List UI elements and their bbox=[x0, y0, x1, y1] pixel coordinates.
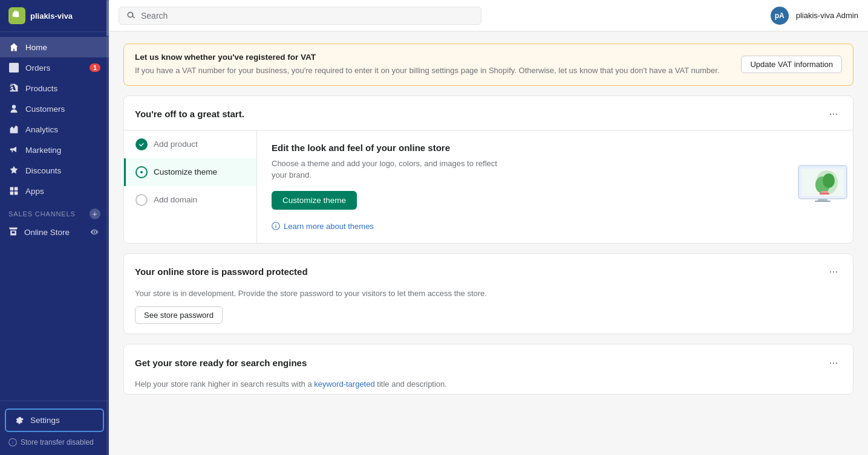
vat-banner-content: Let us know whether you've registered fo… bbox=[135, 53, 731, 77]
customers-icon bbox=[8, 103, 19, 114]
info-icon bbox=[272, 222, 280, 230]
learn-more-link[interactable]: Learn more about themes bbox=[272, 222, 778, 231]
discounts-icon bbox=[8, 165, 19, 176]
svg-rect-2 bbox=[10, 192, 14, 195]
online-store-eye-button[interactable] bbox=[88, 226, 100, 238]
settings-item[interactable]: Settings bbox=[5, 408, 104, 432]
marketing-icon bbox=[8, 144, 19, 155]
setup-body: Add product Customize theme Add domain bbox=[124, 130, 853, 243]
sidebar-scrollbar bbox=[106, 0, 109, 455]
shopify-logo bbox=[8, 7, 25, 24]
password-card-title: Your online store is password protected bbox=[135, 266, 308, 277]
see-password-button[interactable]: See store password bbox=[135, 306, 223, 324]
analytics-icon bbox=[8, 124, 19, 135]
content-area: Let us know whether you've registered fo… bbox=[109, 31, 868, 455]
avatar-initials: pA bbox=[775, 11, 785, 20]
sidebar-item-online-store[interactable]: Online Store bbox=[0, 222, 109, 242]
svg-point-14 bbox=[823, 173, 835, 188]
add-sales-channel-button[interactable]: + bbox=[90, 208, 100, 219]
store-name-label: pliakis-viva bbox=[30, 11, 73, 21]
password-more-button[interactable]: ··· bbox=[825, 263, 842, 280]
svg-text:i: i bbox=[12, 440, 13, 445]
sidebar-item-customers[interactable]: Customers bbox=[0, 98, 109, 119]
sidebar-item-orders[interactable]: Orders 1 bbox=[0, 57, 109, 78]
password-card-header: Your online store is password protected … bbox=[124, 254, 853, 288]
update-vat-button[interactable]: Update VAT information bbox=[741, 56, 842, 73]
setup-card: You're off to a great start. ··· Add pro… bbox=[123, 95, 853, 244]
search-card-body: Help your store rank higher in search re… bbox=[124, 378, 853, 394]
svg-point-8 bbox=[275, 224, 276, 225]
step-customize-theme[interactable]: Customize theme bbox=[124, 158, 256, 186]
search-engines-card: Get your store ready for search engines … bbox=[123, 344, 853, 395]
search-icon bbox=[126, 11, 136, 21]
setup-illustration bbox=[792, 131, 853, 243]
setup-card-title: You're off to a great start. bbox=[135, 109, 244, 119]
svg-rect-1 bbox=[15, 187, 18, 191]
keyword-link[interactable]: keyword-targeted bbox=[314, 379, 374, 389]
svg-rect-16 bbox=[820, 193, 829, 195]
main-area: Search pA pliakis-viva Admin Let us know… bbox=[109, 0, 868, 455]
settings-icon bbox=[15, 415, 24, 426]
step-current-icon bbox=[135, 166, 148, 178]
store-transfer-notice: i Store transfer disabled bbox=[0, 434, 109, 450]
vat-banner-text: If you have a VAT number for your busine… bbox=[135, 65, 731, 77]
svg-point-6 bbox=[140, 171, 143, 173]
products-icon bbox=[8, 83, 19, 94]
search-card-text: Help your store rank higher in search re… bbox=[135, 378, 842, 390]
search-placeholder: Search bbox=[141, 11, 168, 21]
sidebar-footer: Settings i Store transfer disabled bbox=[0, 401, 109, 455]
step-done-icon bbox=[135, 138, 148, 150]
sidebar: pliakis-viva Home Orders 1 Products bbox=[0, 0, 109, 455]
search-card-header: Get your store ready for search engines … bbox=[124, 344, 853, 378]
avatar: pA bbox=[771, 7, 789, 25]
setup-detail-panel: Edit the look and feel of your online st… bbox=[257, 131, 792, 243]
search-card-title: Get your store ready for search engines bbox=[135, 358, 307, 368]
svg-rect-3 bbox=[15, 192, 18, 195]
sidebar-item-analytics[interactable]: Analytics bbox=[0, 119, 109, 140]
sidebar-item-discounts[interactable]: Discounts bbox=[0, 160, 109, 181]
setup-detail-text: Choose a theme and add your logo, colors… bbox=[272, 158, 514, 181]
sidebar-item-home[interactable]: Home bbox=[0, 37, 109, 57]
vat-banner-title: Let us know whether you've registered fo… bbox=[135, 53, 731, 62]
setup-more-button[interactable]: ··· bbox=[825, 106, 842, 123]
search-more-button[interactable]: ··· bbox=[825, 354, 842, 371]
step-add-product[interactable]: Add product bbox=[124, 131, 256, 158]
sidebar-item-apps[interactable]: Apps bbox=[0, 181, 109, 201]
apps-icon bbox=[8, 186, 19, 196]
sidebar-nav: Home Orders 1 Products Customers Analy bbox=[0, 32, 109, 401]
setup-steps-list: Add product Customize theme Add domain bbox=[124, 131, 257, 243]
sidebar-item-products[interactable]: Products bbox=[0, 78, 109, 98]
home-icon bbox=[8, 42, 19, 53]
svg-rect-18 bbox=[815, 201, 830, 202]
online-store-icon bbox=[8, 227, 18, 238]
password-card-body: Your store is in development. Provide th… bbox=[124, 288, 853, 334]
vat-banner: Let us know whether you've registered fo… bbox=[123, 44, 853, 86]
customize-theme-button[interactable]: Customize theme bbox=[272, 191, 357, 210]
svg-rect-17 bbox=[818, 199, 827, 201]
sidebar-scrollbar-thumb bbox=[106, 0, 109, 36]
svg-rect-0 bbox=[10, 187, 14, 191]
topbar: Search pA pliakis-viva Admin bbox=[109, 0, 868, 31]
sales-channels-section: SALES CHANNELS + bbox=[0, 201, 109, 222]
password-card-text: Your store is in development. Provide th… bbox=[135, 288, 842, 300]
sidebar-item-marketing[interactable]: Marketing bbox=[0, 140, 109, 160]
step-pending-icon bbox=[135, 194, 148, 206]
step-add-domain[interactable]: Add domain bbox=[124, 186, 256, 214]
password-card: Your online store is password protected … bbox=[123, 253, 853, 335]
orders-badge: 1 bbox=[90, 63, 100, 72]
setup-detail-title: Edit the look and feel of your online st… bbox=[272, 143, 778, 153]
search-bar[interactable]: Search bbox=[119, 7, 481, 25]
admin-name: pliakis-viva Admin bbox=[796, 11, 858, 20]
setup-card-header: You're off to a great start. ··· bbox=[124, 96, 853, 130]
sidebar-header: pliakis-viva bbox=[0, 0, 109, 32]
orders-icon bbox=[8, 62, 19, 73]
topbar-right: pA pliakis-viva Admin bbox=[771, 7, 858, 25]
